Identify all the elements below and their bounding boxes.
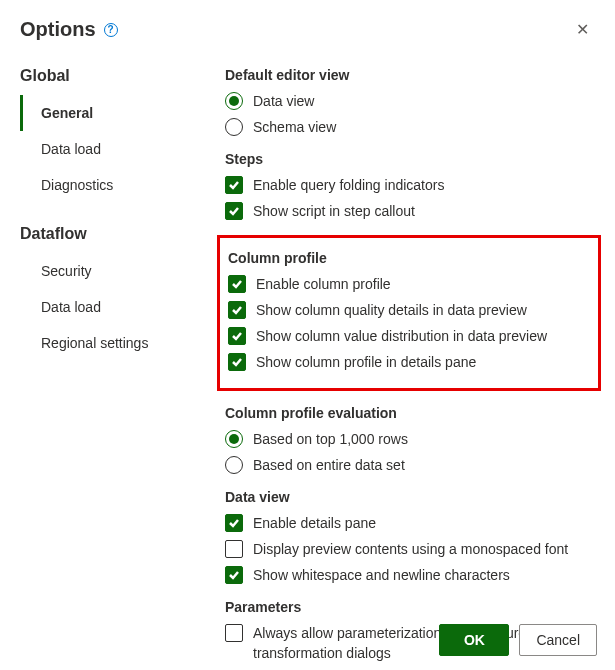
dialog-footer: OK Cancel <box>439 624 597 656</box>
cancel-button[interactable]: Cancel <box>519 624 597 656</box>
checkbox-icon[interactable] <box>225 624 243 642</box>
option-label: Show column value distribution in data p… <box>256 326 590 346</box>
sidebar-item-diagnostics[interactable]: Diagnostics <box>20 167 205 203</box>
radio-icon[interactable] <box>225 456 243 474</box>
sidebar-item-label: Data load <box>41 299 101 315</box>
checkbox-option[interactable]: Show script in step callout <box>225 201 597 221</box>
section-title: Column profile evaluation <box>225 405 597 421</box>
checkbox-option[interactable]: Show column quality details in data prev… <box>228 300 590 320</box>
close-icon[interactable]: ✕ <box>568 16 597 43</box>
checkbox-option[interactable]: Display preview contents using a monospa… <box>225 539 597 559</box>
sidebar-item-security[interactable]: Security <box>20 253 205 289</box>
section-title: Column profile <box>228 250 590 266</box>
dialog-body: Global General Data load Diagnostics Dat… <box>20 61 597 670</box>
sidebar-item-label: Data load <box>41 141 101 157</box>
section-title: Data view <box>225 489 597 505</box>
option-label: Enable column profile <box>256 274 590 294</box>
section-column-profile: Column profile Enable column profile Sho… <box>217 235 601 391</box>
radio-icon[interactable] <box>225 92 243 110</box>
ok-button[interactable]: OK <box>439 624 509 656</box>
checkbox-option[interactable]: Show whitespace and newline characters <box>225 565 597 585</box>
option-label: Show script in step callout <box>253 201 597 221</box>
radio-option[interactable]: Based on entire data set <box>225 455 597 475</box>
sidebar-item-label: Security <box>41 263 92 279</box>
checkbox-icon[interactable] <box>225 514 243 532</box>
radio-option[interactable]: Based on top 1,000 rows <box>225 429 597 449</box>
option-label: Enable query folding indicators <box>253 175 597 195</box>
section-title: Default editor view <box>225 67 597 83</box>
dialog-header: Options ? ✕ <box>20 16 597 43</box>
option-label: Data view <box>253 91 597 111</box>
checkbox-icon[interactable] <box>225 176 243 194</box>
checkbox-option[interactable]: Enable query folding indicators <box>225 175 597 195</box>
sidebar: Global General Data load Diagnostics Dat… <box>20 61 205 670</box>
radio-icon[interactable] <box>225 430 243 448</box>
section-default-editor-view: Default editor view Data view Schema vie… <box>225 67 597 137</box>
radio-icon[interactable] <box>225 118 243 136</box>
option-label: Based on entire data set <box>253 455 597 475</box>
section-title: Parameters <box>225 599 597 615</box>
content-panel: Default editor view Data view Schema vie… <box>205 61 597 670</box>
option-label: Enable details pane <box>253 513 597 533</box>
checkbox-option[interactable]: Show column value distribution in data p… <box>228 326 590 346</box>
option-label: Schema view <box>253 117 597 137</box>
checkbox-option[interactable]: Enable details pane <box>225 513 597 533</box>
help-icon[interactable]: ? <box>104 23 118 37</box>
option-label: Display preview contents using a monospa… <box>253 539 597 559</box>
checkbox-icon[interactable] <box>228 275 246 293</box>
sidebar-item-label: Regional settings <box>41 335 148 351</box>
checkbox-icon[interactable] <box>225 202 243 220</box>
section-column-profile-eval: Column profile evaluation Based on top 1… <box>225 405 597 475</box>
option-label: Show column profile in details pane <box>256 352 590 372</box>
section-steps: Steps Enable query folding indicators Sh… <box>225 151 597 221</box>
sidebar-item-regional-settings[interactable]: Regional settings <box>20 325 205 361</box>
section-data-view: Data view Enable details pane Display pr… <box>225 489 597 585</box>
option-label: Show column quality details in data prev… <box>256 300 590 320</box>
dialog-title: Options <box>20 18 96 41</box>
checkbox-icon[interactable] <box>225 566 243 584</box>
checkbox-icon[interactable] <box>228 353 246 371</box>
radio-option[interactable]: Schema view <box>225 117 597 137</box>
sidebar-item-label: General <box>41 105 93 121</box>
option-label: Show whitespace and newline characters <box>253 565 597 585</box>
checkbox-icon[interactable] <box>228 327 246 345</box>
checkbox-option[interactable]: Enable column profile <box>228 274 590 294</box>
checkbox-icon[interactable] <box>225 540 243 558</box>
checkbox-option[interactable]: Show column profile in details pane <box>228 352 590 372</box>
section-title: Steps <box>225 151 597 167</box>
sidebar-item-label: Diagnostics <box>41 177 113 193</box>
sidebar-item-data-load[interactable]: Data load <box>20 131 205 167</box>
radio-option[interactable]: Data view <box>225 91 597 111</box>
sidebar-group-dataflow: Dataflow <box>20 225 205 243</box>
checkbox-icon[interactable] <box>228 301 246 319</box>
sidebar-item-general[interactable]: General <box>20 95 205 131</box>
sidebar-item-data-load-2[interactable]: Data load <box>20 289 205 325</box>
sidebar-group-global: Global <box>20 67 205 85</box>
option-label: Based on top 1,000 rows <box>253 429 597 449</box>
